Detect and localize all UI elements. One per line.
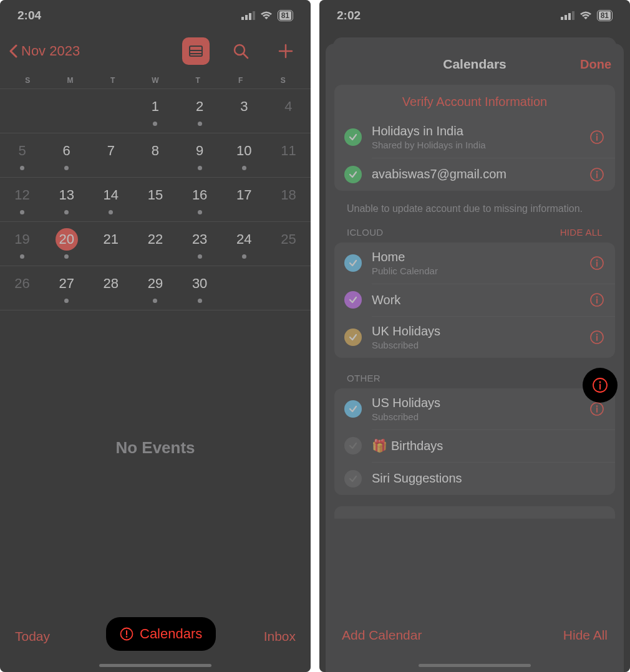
day-cell[interactable]: 6 bbox=[44, 133, 89, 177]
day-cell[interactable]: 28 bbox=[89, 266, 133, 310]
calendar-checkbox[interactable] bbox=[344, 437, 362, 454]
sheet-header: Calendars Done bbox=[326, 44, 624, 85]
day-cell[interactable]: 18 bbox=[266, 178, 311, 221]
day-cell[interactable]: 9 bbox=[178, 133, 222, 177]
day-cell[interactable]: 12 bbox=[0, 178, 44, 221]
calendar-title: Siri Suggestions bbox=[372, 471, 462, 486]
inbox-button[interactable]: Inbox bbox=[264, 629, 296, 644]
day-cell[interactable]: 8 bbox=[133, 133, 177, 177]
home-indicator[interactable] bbox=[419, 664, 531, 667]
week-row: 2627282930 bbox=[0, 266, 311, 310]
month-grid[interactable]: 1234567891011121314151617181920212223242… bbox=[0, 89, 311, 310]
info-icon bbox=[589, 167, 604, 182]
info-button[interactable] bbox=[589, 129, 605, 145]
calendar-item[interactable]: US HolidaysSubscribed bbox=[334, 388, 615, 430]
svg-rect-14 bbox=[561, 17, 563, 20]
day-cell[interactable]: 23 bbox=[178, 222, 222, 266]
info-button[interactable] bbox=[589, 292, 605, 308]
calendar-title: Home bbox=[372, 250, 438, 264]
day-cell[interactable]: 20 bbox=[44, 222, 89, 266]
info-highlight[interactable] bbox=[583, 368, 618, 403]
calendar-item[interactable]: Holidays in IndiaShared by Holidays in I… bbox=[334, 117, 615, 158]
day-cell[interactable]: 26 bbox=[0, 266, 44, 310]
calendar-title: Work bbox=[372, 293, 400, 307]
info-button[interactable] bbox=[589, 329, 605, 345]
no-events-label: No Events bbox=[0, 310, 311, 585]
calendar-checkbox[interactable] bbox=[344, 329, 362, 346]
calendar-checkbox[interactable] bbox=[344, 128, 362, 146]
calendar-checkbox[interactable] bbox=[344, 291, 362, 309]
day-cell[interactable]: 7 bbox=[89, 133, 133, 177]
day-cell[interactable]: 3 bbox=[222, 89, 266, 133]
day-cell[interactable]: 4 bbox=[266, 89, 311, 133]
svg-rect-0 bbox=[241, 17, 244, 20]
calendar-item[interactable]: Siri Suggestions bbox=[334, 463, 615, 495]
day-cell[interactable]: 27 bbox=[44, 266, 89, 310]
icloud-card: HomePublic CalendarWorkUK HolidaysSubscr… bbox=[334, 242, 615, 358]
day-cell[interactable]: 10 bbox=[222, 133, 266, 177]
info-button[interactable] bbox=[589, 401, 605, 417]
calendar-subtitle: Subscribed bbox=[372, 340, 440, 350]
calendar-item[interactable]: UK HolidaysSubscribed bbox=[334, 317, 615, 358]
wifi-icon bbox=[260, 11, 273, 20]
hide-all-button[interactable]: HIDE ALL bbox=[560, 227, 603, 238]
status-bar: 2:02 81 bbox=[319, 0, 630, 31]
day-cell[interactable]: 1 bbox=[133, 89, 177, 133]
calendar-title: Holidays in India bbox=[372, 124, 486, 138]
sheet-title: Calendars bbox=[443, 57, 506, 72]
icloud-section-header: ICLOUD HIDE ALL bbox=[334, 223, 615, 242]
weekday-label: F bbox=[219, 76, 261, 85]
add-button[interactable] bbox=[272, 37, 299, 65]
day-cell[interactable]: 15 bbox=[133, 178, 177, 221]
day-cell[interactable]: 30 bbox=[178, 266, 222, 310]
day-cell[interactable]: 14 bbox=[89, 178, 133, 221]
calendar-checkbox[interactable] bbox=[344, 470, 362, 487]
day-cell[interactable]: 11 bbox=[266, 133, 311, 177]
day-cell[interactable]: 25 bbox=[266, 222, 311, 266]
verify-note: Unable to update account due to missing … bbox=[334, 202, 615, 223]
week-row: 19202122232425 bbox=[0, 222, 311, 266]
svg-point-22 bbox=[596, 171, 598, 172]
verify-card: Verify Account Information Holidays in I… bbox=[334, 85, 615, 191]
day-cell[interactable]: 13 bbox=[44, 178, 89, 221]
calendar-item[interactable]: Work bbox=[334, 284, 615, 316]
day-cell bbox=[0, 89, 44, 133]
day-cell[interactable]: 2 bbox=[178, 89, 222, 133]
svg-point-34 bbox=[596, 405, 598, 406]
info-button[interactable] bbox=[589, 255, 605, 271]
day-cell[interactable]: 21 bbox=[89, 222, 133, 266]
calendar-item[interactable]: HomePublic Calendar bbox=[334, 242, 615, 284]
plus-icon bbox=[278, 43, 294, 59]
day-cell[interactable]: 22 bbox=[133, 222, 177, 266]
day-cell[interactable]: 5 bbox=[0, 133, 44, 177]
hide-all-bottom-button[interactable]: Hide All bbox=[563, 628, 608, 643]
home-indicator[interactable] bbox=[99, 664, 211, 667]
calendar-item[interactable]: 🎁Birthdays bbox=[334, 430, 615, 462]
day-cell[interactable]: 19 bbox=[0, 222, 44, 266]
other-section-header: OTHER bbox=[334, 369, 615, 388]
other-label: OTHER bbox=[347, 373, 380, 383]
calendar-checkbox[interactable] bbox=[344, 400, 362, 418]
gift-icon: 🎁 bbox=[372, 439, 387, 453]
day-cell[interactable]: 29 bbox=[133, 266, 177, 310]
info-button[interactable] bbox=[589, 166, 605, 183]
calendar-title: 🎁Birthdays bbox=[372, 438, 443, 453]
day-cell[interactable]: 16 bbox=[178, 178, 222, 221]
weekday-label: S bbox=[262, 76, 304, 85]
calendar-item[interactable]: avabiswas7@gmail.com bbox=[334, 158, 615, 191]
list-view-icon bbox=[188, 45, 203, 57]
back-button[interactable]: Nov 2023 bbox=[9, 43, 80, 59]
calendar-checkbox[interactable] bbox=[344, 166, 362, 183]
other-card: US HolidaysSubscribed🎁BirthdaysSiri Sugg… bbox=[334, 388, 615, 495]
day-cell[interactable]: 24 bbox=[222, 222, 266, 266]
calendar-checkbox[interactable] bbox=[344, 254, 362, 272]
view-toggle-button[interactable] bbox=[182, 37, 210, 65]
add-calendar-button[interactable]: Add Calendar bbox=[342, 628, 422, 643]
done-button[interactable]: Done bbox=[580, 57, 611, 72]
calendar-subtitle: Subscribed bbox=[372, 411, 440, 422]
day-cell[interactable]: 17 bbox=[222, 178, 266, 221]
search-button[interactable] bbox=[227, 37, 254, 65]
today-button[interactable]: Today bbox=[15, 629, 50, 644]
calendars-highlight[interactable]: Calendars bbox=[106, 617, 216, 651]
sheet-toolbar: Add Calendar Hide All bbox=[326, 613, 624, 672]
